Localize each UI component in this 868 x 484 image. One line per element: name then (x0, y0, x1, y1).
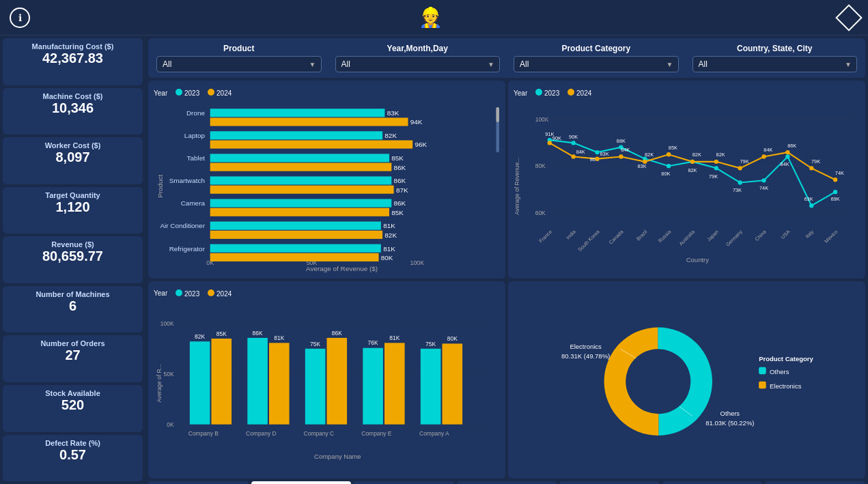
svg-text:Company C: Company C (304, 429, 335, 436)
main-layout: Manufacturing Cost ($)42,367.83Machine C… (0, 35, 868, 484)
tab-btn-2[interactable]: Machine Cost (354, 481, 454, 484)
kpi-card-3: Target Quantity1,120 (3, 187, 143, 234)
svg-text:73K: 73K (733, 187, 742, 193)
legend-others-rect (759, 381, 766, 388)
legend-2024-country: 2024 (568, 89, 591, 97)
electronics-label: Electronics (570, 343, 602, 350)
svg-text:82K: 82K (645, 152, 654, 158)
kpi-card-8: Defect Rate (%)0.57 (3, 435, 143, 482)
bar-smartwatch-2023 (210, 176, 392, 184)
filter-select-3[interactable]: All (692, 56, 858, 72)
bar-drone-2024 (210, 117, 408, 126)
bar-compA-2024 (443, 343, 463, 424)
revenue-by-country-chart: Year 2023 2024 Average of Revenue... 100… (508, 81, 865, 279)
svg-text:90K: 90K (552, 135, 561, 141)
tab-btn-3[interactable]: Defect Rate (457, 481, 557, 484)
filter-label-2: Product Category (514, 44, 679, 53)
tab-btn-1[interactable]: Revenue (251, 481, 352, 484)
svg-text:Germany: Germany (725, 229, 744, 248)
svg-text:85K: 85K (391, 154, 404, 162)
svg-text:Russia: Russia (657, 228, 673, 244)
bar-tablet-2023 (210, 154, 389, 162)
bar-compB-2024 (212, 338, 232, 424)
charts-area: Year 2023 2024 Product Average of Revenu… (148, 81, 865, 479)
svg-text:81K: 81K (383, 245, 395, 253)
kpi-value-2: 8,097 (10, 150, 136, 165)
svg-text:South Korea: South Korea (576, 228, 601, 253)
svg-text:100K: 100K (410, 259, 424, 266)
kpi-value-6: 27 (10, 347, 136, 363)
svg-text:75K: 75K (425, 340, 436, 347)
svg-text:63K: 63K (804, 196, 813, 202)
kpi-label-2: Worker Cost ($) (10, 141, 136, 150)
kpi-card-2: Worker Cost ($)8,097 (3, 137, 143, 184)
svg-point-52 (761, 178, 766, 182)
svg-text:China: China (754, 228, 768, 242)
svg-point-48 (714, 166, 718, 170)
filter-group-0: Product All (156, 44, 322, 72)
svg-text:80K: 80K (661, 171, 670, 177)
svg-point-76 (738, 166, 742, 170)
kpi-label-5: Number of Machines (10, 290, 136, 298)
svg-text:Company D: Company D (246, 429, 277, 436)
legend-2024-company: 2024 (208, 289, 232, 298)
svg-text:79K: 79K (709, 173, 718, 180)
info-icon[interactable]: ℹ (10, 8, 30, 28)
sidebar: Manufacturing Cost ($)42,367.83Machine C… (0, 35, 145, 484)
svg-text:86K: 86K (787, 143, 796, 149)
kpi-label-1: Machine Cost ($) (10, 92, 136, 100)
svg-text:Tablet: Tablet (187, 154, 206, 162)
legend-2023-country: 2023 (535, 89, 559, 97)
diamond-icon[interactable] (835, 4, 863, 31)
bottom-tabs: Manufacturing CostRevenueMachine CostDef… (148, 481, 865, 484)
kpi-value-0: 42,367.83 (10, 51, 136, 66)
svg-text:86K: 86K (332, 329, 342, 336)
revenue-by-category-svg: Electronics 80.31K (49.78%) Others 81.03… (514, 289, 860, 474)
svg-point-80 (785, 150, 789, 154)
scrollbar-thumb[interactable] (496, 107, 499, 122)
svg-text:84K: 84K (576, 149, 585, 155)
others-value: 81.03K (50.22%) (705, 419, 754, 427)
svg-point-62 (572, 154, 576, 158)
svg-text:74K: 74K (759, 185, 768, 191)
svg-point-66 (619, 154, 623, 158)
svg-text:82K: 82K (692, 152, 701, 158)
kpi-card-6: Number of Orders27 (3, 335, 143, 382)
bar-compB-2023 (190, 341, 210, 424)
bar-camera-2023 (210, 199, 392, 207)
tab-btn-4[interactable]: Orders & Stock (559, 481, 660, 484)
filter-select-0[interactable]: All (156, 56, 322, 72)
svg-text:75K: 75K (310, 340, 320, 347)
kpi-label-6: Number of Orders (10, 339, 136, 347)
worker-icon: 👷 (419, 6, 443, 29)
svg-text:Smartwatch: Smartwatch (169, 177, 205, 184)
svg-point-78 (761, 154, 766, 158)
revenue-by-country-svg: Average of Revenue... 100K 80K 60K Count… (514, 100, 860, 273)
tab-btn-0[interactable]: Manufacturing Cost (148, 481, 249, 484)
svg-text:Average of R...: Average of R... (156, 364, 163, 402)
revenue-by-company-legend: Year 2023 2024 (154, 289, 500, 298)
year-label-country: Year (514, 89, 527, 97)
filter-row: Product All Year,Month,Day All Product C… (148, 38, 865, 78)
kpi-card-7: Stock Available520 (3, 385, 143, 432)
kpi-value-3: 1,120 (10, 199, 136, 215)
svg-text:81K: 81K (389, 334, 400, 341)
header: ℹ 👷 (0, 0, 868, 35)
svg-point-60 (548, 141, 552, 145)
svg-text:Company A: Company A (419, 429, 449, 436)
svg-text:Camera: Camera (181, 199, 206, 207)
filter-label-0: Product (156, 44, 322, 53)
svg-text:82K: 82K (688, 167, 697, 173)
filter-select-2[interactable]: All (514, 56, 679, 72)
bar-compD-2024 (269, 343, 290, 424)
tab-btn-5[interactable]: Quantity (662, 481, 763, 484)
svg-text:74K: 74K (835, 170, 844, 176)
svg-text:84K: 84K (621, 147, 630, 153)
bar-compE-2024 (384, 343, 405, 424)
kpi-value-7: 520 (10, 397, 136, 413)
bar-ac-2024 (210, 231, 382, 239)
tab-btn-6[interactable]: Worker Cost (765, 481, 865, 484)
bar-camera-2024 (210, 208, 389, 216)
svg-text:86K: 86K (394, 164, 406, 171)
filter-select-1[interactable]: All (335, 56, 501, 72)
